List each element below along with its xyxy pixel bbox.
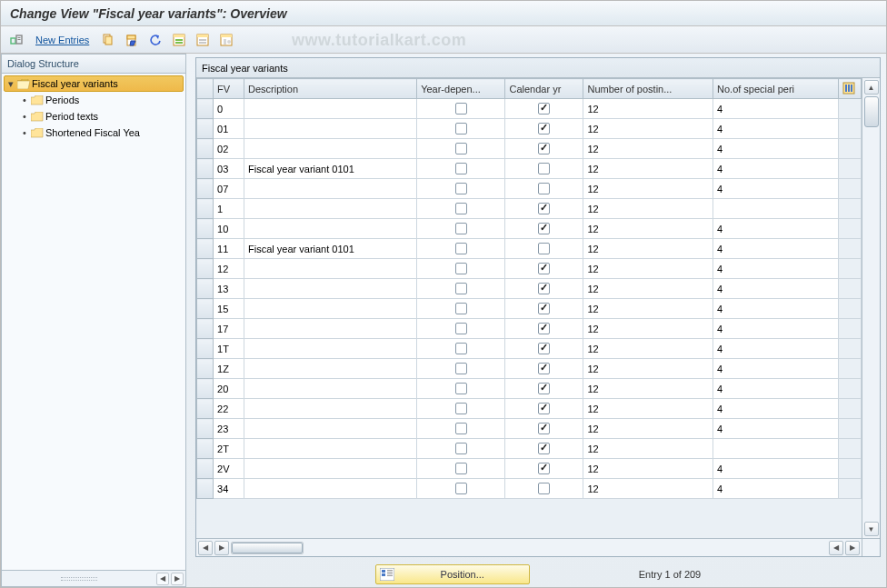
tree-item-periods[interactable]: • Periods [2,92,185,108]
cell-description[interactable] [244,359,417,379]
cell-year-dependent[interactable] [417,219,505,239]
table-row[interactable]: 1Z124 [197,359,862,379]
cell-number-posting[interactable]: 12 [583,339,713,359]
checkbox[interactable] [455,443,467,454]
horizontal-scrollbar[interactable]: ◀ ▶ ◀ ▶ [196,538,862,556]
cell-fv[interactable]: 11 [214,239,244,259]
cell-calendar-year[interactable] [505,459,583,479]
cell-number-posting[interactable]: 12 [583,179,713,199]
cell-special-periods[interactable]: 4 [713,279,839,299]
cell-fv[interactable]: 17 [214,319,244,339]
cell-calendar-year[interactable] [505,359,583,379]
cell-year-dependent[interactable] [417,439,505,459]
cell-year-dependent[interactable] [417,479,505,499]
cell-fv[interactable]: 15 [214,299,244,319]
checkbox[interactable] [538,143,550,154]
cell-fv[interactable]: 0 [214,99,244,119]
vertical-scrollbar[interactable]: ▲ ▼ [862,78,880,538]
cell-description[interactable] [244,279,417,299]
checkbox[interactable] [455,383,467,394]
delete-button[interactable] [122,30,142,50]
cell-year-dependent[interactable] [417,199,505,219]
checkbox[interactable] [455,343,467,354]
cell-number-posting[interactable]: 12 [583,119,713,139]
cell-fv[interactable]: 34 [214,479,244,499]
cell-number-posting[interactable]: 12 [583,259,713,279]
cell-number-posting[interactable]: 12 [583,319,713,339]
row-selector[interactable] [197,439,214,459]
cell-special-periods[interactable]: 4 [713,259,839,279]
hscroll-thumb-1[interactable] [232,543,303,553]
checkbox[interactable] [455,303,467,314]
cell-special-periods[interactable]: 4 [713,459,839,479]
col-calendar-year[interactable]: Calendar yr [505,79,583,99]
cell-number-posting[interactable]: 12 [583,419,713,439]
cell-number-posting[interactable]: 12 [583,399,713,419]
col-fv[interactable]: FV [214,79,244,99]
cell-description[interactable] [244,399,417,419]
scroll-thumb[interactable] [864,96,879,127]
checkbox[interactable] [455,103,467,115]
row-selector[interactable] [197,459,214,479]
tree-collapse-icon[interactable]: ▾ [6,78,15,90]
cell-special-periods[interactable]: 4 [713,359,839,379]
checkbox[interactable] [455,463,467,474]
cell-calendar-year[interactable] [505,199,583,219]
cell-calendar-year[interactable] [505,239,583,259]
checkbox[interactable] [538,163,550,174]
cell-year-dependent[interactable] [417,339,505,359]
table-row[interactable]: 11Fiscal year variant 0101124 [197,239,862,259]
table-row[interactable]: 17124 [197,319,862,339]
cell-description[interactable] [244,259,417,279]
position-button[interactable]: Position... [375,564,530,584]
cell-fv[interactable]: 2V [214,459,244,479]
cell-special-periods[interactable]: 4 [713,479,839,499]
hscroll-track-1[interactable] [231,542,304,554]
checkbox[interactable] [455,283,467,294]
cell-number-posting[interactable]: 12 [583,99,713,119]
checkbox[interactable] [455,423,467,434]
hscroll-left-2[interactable]: ◀ [829,541,843,555]
cell-number-posting[interactable]: 12 [583,199,713,219]
table-row[interactable]: 1T124 [197,339,862,359]
cell-year-dependent[interactable] [417,319,505,339]
checkbox[interactable] [455,403,467,414]
cell-fv[interactable]: 22 [214,399,244,419]
cell-year-dependent[interactable] [417,99,505,119]
cell-description[interactable] [244,379,417,399]
tree-item-shortened-fiscal-year[interactable]: • Shortened Fiscal Yea [2,125,185,141]
cell-calendar-year[interactable] [505,319,583,339]
table-row[interactable]: 02124 [197,139,862,159]
checkbox[interactable] [538,103,550,115]
table-row[interactable]: 03Fiscal year variant 0101124 [197,159,862,179]
cell-description[interactable] [244,479,417,499]
cell-number-posting[interactable]: 12 [583,239,713,259]
sidebar-scroll-right-button[interactable]: ▶ [171,573,184,585]
cell-number-posting[interactable]: 12 [583,299,713,319]
checkbox[interactable] [455,123,467,135]
undo-button[interactable] [145,30,165,50]
row-selector[interactable] [197,479,214,499]
cell-description[interactable] [244,459,417,479]
cell-calendar-year[interactable] [505,259,583,279]
col-number-posting[interactable]: Number of postin... [583,79,713,99]
hscroll-right-2[interactable]: ▶ [845,541,860,555]
cell-description[interactable] [244,319,417,339]
cell-year-dependent[interactable] [417,179,505,199]
table-row[interactable]: 15124 [197,299,862,319]
checkbox[interactable] [455,483,467,494]
checkbox[interactable] [538,283,550,294]
cell-fv[interactable]: 1 [214,199,244,219]
row-selector[interactable] [197,119,214,139]
col-year-dependent[interactable]: Year-depen... [417,79,505,99]
col-special-periods[interactable]: No.of special peri [713,79,839,99]
cell-year-dependent[interactable] [417,239,505,259]
cell-calendar-year[interactable] [505,339,583,359]
table-config-button[interactable] [839,79,862,99]
checkbox[interactable] [455,203,467,214]
table-row[interactable]: 34124 [197,479,862,499]
cell-number-posting[interactable]: 12 [583,459,713,479]
cell-year-dependent[interactable] [417,419,505,439]
cell-calendar-year[interactable] [505,419,583,439]
row-selector[interactable] [197,359,214,379]
